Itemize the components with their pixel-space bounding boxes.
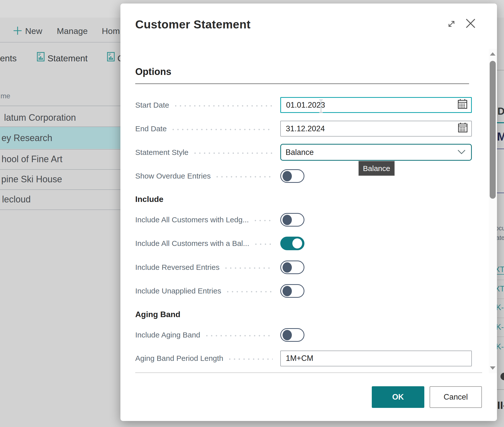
end-date-value: 31.12.2024 — [286, 124, 325, 133]
dotted-leader — [216, 176, 273, 178]
new-button[interactable]: New — [25, 25, 42, 37]
include-ledger-toggle[interactable] — [280, 213, 304, 227]
calendar-icon[interactable] — [457, 122, 468, 136]
manage-button[interactable]: Manage — [57, 25, 88, 37]
close-dialog-button[interactable] — [464, 17, 477, 30]
dialog-scrollbar[interactable] — [489, 49, 497, 373]
scroll-up-arrow-icon[interactable] — [490, 52, 495, 56]
strip-teal-underline — [497, 122, 504, 123]
row-separator — [0, 209, 120, 210]
include-reversed-row: Include Reversed Entries — [135, 260, 472, 274]
start-date-label: Start Date — [135, 101, 169, 109]
home-menu[interactable]: Hom — [102, 25, 120, 37]
include-balance-label: Include All Customers with a Bal... — [135, 239, 249, 248]
statement-style-label: Statement Style — [135, 148, 189, 157]
include-aging-band-toggle[interactable] — [280, 328, 304, 342]
actionbar-separator — [0, 42, 120, 42]
row-separator — [0, 149, 120, 150]
strip-link-xt2[interactable]: XT — [497, 284, 504, 293]
end-date-label: End Date — [135, 124, 167, 133]
aging-period-input[interactable]: 1M+CM — [280, 351, 472, 366]
ok-button[interactable]: OK — [372, 386, 424, 408]
start-date-row: Start Date 01.01.2023 — [135, 97, 472, 113]
strip-fragment-ate: ate — [497, 234, 504, 241]
include-ledger-label: Include All Customers with Ledg... — [135, 216, 249, 224]
customer-statement-dialog: Customer Statement Options Start Date 01… — [120, 4, 497, 421]
strip-separator — [497, 70, 504, 70]
toggle-knob — [283, 171, 292, 181]
strip-fragment-ocu: ocu — [497, 225, 504, 232]
include-aging-band-row: Include Aging Band — [135, 328, 472, 342]
toggle-knob — [283, 330, 292, 340]
start-date-input[interactable]: 01.01.2023 — [280, 97, 472, 113]
strip-separator — [497, 280, 504, 280]
toggle-knob — [283, 262, 292, 273]
strip-navy-line — [497, 149, 504, 149]
include-unapplied-toggle[interactable] — [280, 284, 304, 298]
report-icon — [37, 52, 44, 61]
statement-style-row: Statement Style Balance — [135, 144, 472, 161]
tab-documents[interactable]: ents — [0, 53, 17, 64]
plus-icon — [12, 25, 23, 36]
strip-fragment-d: D — [497, 106, 504, 117]
end-date-input[interactable]: 31.12.2024 — [280, 121, 472, 137]
include-reversed-toggle[interactable] — [280, 261, 304, 274]
strip-separator — [497, 336, 504, 337]
aging-period-label: Aging Band Period Length — [135, 354, 223, 363]
right-background-strip: D M ocu ate XT XT K- K- K- II- — [497, 0, 504, 427]
options-underline — [135, 83, 469, 84]
dotted-leader — [255, 243, 273, 245]
strip-link-k1[interactable]: K- — [497, 303, 504, 312]
scroll-down-arrow-icon[interactable] — [490, 366, 495, 370]
screen: New Manage Hom ents Statement C me latum… — [0, 0, 504, 427]
strip-button-fragment[interactable] — [500, 373, 504, 380]
customer-row[interactable]: hool of Fine Art — [2, 154, 62, 165]
strip-separator — [497, 298, 504, 299]
statement-style-select[interactable]: Balance — [280, 144, 472, 161]
show-overdue-toggle[interactable] — [280, 169, 304, 183]
aging-band-section-header: Aging Band — [135, 310, 180, 319]
options-section-header: Options — [135, 66, 171, 77]
include-balance-row: Include All Customers with a Bal... — [135, 236, 472, 250]
row-separator — [0, 106, 120, 106]
strip-link-xt1[interactable]: XT — [497, 265, 504, 275]
dialog-title: Customer Statement — [135, 18, 251, 31]
include-unapplied-label: Include Unapplied Entries — [135, 287, 221, 295]
customer-row[interactable]: pine Ski House — [1, 174, 62, 185]
statement-style-value: Balance — [286, 148, 314, 157]
scrollbar-thumb[interactable] — [490, 61, 496, 199]
footer-separator — [135, 372, 482, 373]
chevron-down-icon[interactable] — [457, 148, 466, 157]
customer-row-selected[interactable]: ey Research — [2, 133, 52, 144]
strip-link-k2[interactable]: K- — [497, 323, 504, 332]
dotted-leader — [206, 335, 273, 337]
include-section-header: Include — [135, 195, 163, 204]
dotted-leader — [194, 152, 273, 154]
report-icon — [107, 52, 115, 61]
name-column-header[interactable]: me — [1, 92, 10, 100]
aging-period-row: Aging Band Period Length 1M+CM — [135, 351, 472, 366]
include-ledger-row: Include All Customers with Ledg... — [135, 213, 472, 227]
customer-row[interactable]: latum Corporation — [4, 112, 76, 123]
toggle-knob — [283, 215, 292, 225]
calendar-icon[interactable] — [457, 98, 468, 112]
strip-fragment-ii: II- — [497, 399, 504, 411]
dotted-leader — [175, 105, 273, 107]
strip-fragment-m: M — [497, 130, 504, 143]
aging-period-value: 1M+CM — [286, 354, 313, 363]
toggle-knob — [283, 286, 292, 296]
include-reversed-label: Include Reversed Entries — [135, 263, 219, 272]
dotted-leader — [227, 291, 273, 293]
text-cursor — [318, 99, 324, 115]
dotted-leader — [229, 358, 273, 360]
expand-dialog-button[interactable] — [445, 17, 458, 31]
tab-statement[interactable]: Statement — [48, 53, 88, 64]
customer-row[interactable]: lecloud — [2, 194, 31, 205]
cancel-button[interactable]: Cancel — [430, 386, 482, 408]
strip-separator — [497, 318, 504, 318]
show-overdue-row: Show Overdue Entries — [135, 169, 472, 183]
row-separator — [0, 126, 120, 127]
dotted-leader — [254, 220, 273, 222]
include-balance-toggle[interactable] — [280, 237, 304, 250]
strip-link-k3[interactable]: K- — [497, 342, 504, 351]
